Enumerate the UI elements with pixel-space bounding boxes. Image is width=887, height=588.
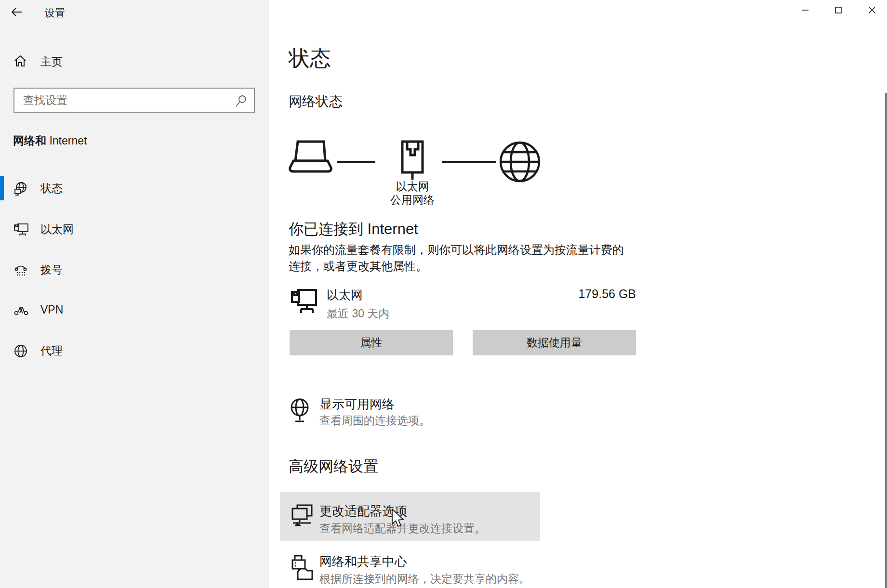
sidebar-item-label: 代理 bbox=[40, 337, 63, 365]
usage-adapter-name: 以太网 bbox=[327, 287, 363, 303]
search-icon bbox=[236, 95, 247, 107]
change-adapter-options-item[interactable]: 更改适配器选项 查看网络适配器并更改连接设置。 bbox=[280, 492, 540, 541]
vpn-icon bbox=[13, 303, 28, 317]
sidebar-item-label: VPN bbox=[40, 296, 63, 324]
ethernet-icon bbox=[13, 222, 28, 237]
show-networks-subtitle: 查看周围的连接选项。 bbox=[319, 413, 430, 428]
close-button[interactable] bbox=[861, 0, 883, 20]
maximize-icon bbox=[834, 6, 843, 14]
proxy-icon bbox=[13, 344, 28, 358]
globe-stand-icon bbox=[290, 398, 310, 426]
sidebar-item-dialup[interactable]: 拨号 bbox=[0, 256, 269, 284]
connected-heading: 你已连接到 Internet bbox=[289, 219, 418, 239]
search-input[interactable] bbox=[23, 89, 230, 112]
close-icon bbox=[868, 6, 876, 14]
sidebar-item-proxy[interactable]: 代理 bbox=[0, 337, 269, 365]
home-icon bbox=[13, 54, 27, 68]
item-title: 网络和共享中心 bbox=[319, 553, 407, 570]
usage-amount: 179.56 GB bbox=[540, 287, 636, 301]
minimize-icon bbox=[801, 6, 809, 14]
diagram-connection-name: 以太网 bbox=[374, 179, 451, 194]
vertical-scrollbar[interactable] bbox=[885, 93, 887, 588]
sidebar-item-home[interactable]: 主页 bbox=[0, 50, 269, 73]
laptop-icon bbox=[289, 140, 333, 176]
status-globe-icon bbox=[13, 182, 28, 196]
ethernet-plug-icon bbox=[400, 140, 424, 181]
minimize-button[interactable] bbox=[794, 0, 816, 20]
properties-button[interactable]: 属性 bbox=[290, 330, 453, 355]
sidebar: 设置 主页 网络和 Internet bbox=[0, 0, 269, 588]
sidebar-item-label: 以太网 bbox=[40, 215, 74, 243]
item-subtitle: 根据所连接到的网络，决定要共享的内容。 bbox=[319, 572, 530, 587]
app-title: 设置 bbox=[45, 6, 65, 20]
network-sharing-center-item[interactable]: 网络和共享中心 根据所连接到的网络，决定要共享的内容。 bbox=[280, 543, 540, 588]
connected-description-line2: 连接，或者更改其他属性。 bbox=[289, 259, 427, 274]
settings-window: 设置 主页 网络和 Internet bbox=[0, 0, 887, 588]
show-networks-title: 显示可用网络 bbox=[319, 396, 395, 413]
sidebar-item-label: 主页 bbox=[40, 50, 63, 73]
internet-globe-icon bbox=[499, 141, 541, 183]
show-available-networks[interactable]: 显示可用网络 查看周围的连接选项。 bbox=[280, 391, 540, 434]
connection-line bbox=[442, 161, 496, 163]
mouse-cursor bbox=[391, 509, 406, 529]
sidebar-item-label: 状态 bbox=[40, 174, 63, 202]
back-arrow-icon bbox=[11, 6, 25, 18]
connected-description-line1: 如果你的流量套餐有限制，则你可以将此网络设置为按流量计费的 bbox=[289, 242, 624, 258]
maximize-button[interactable] bbox=[827, 0, 849, 20]
page-title: 状态 bbox=[289, 44, 331, 73]
adapter-options-icon bbox=[291, 504, 313, 529]
sidebar-item-ethernet[interactable]: 以太网 bbox=[0, 215, 269, 243]
sidebar-item-vpn[interactable]: VPN bbox=[0, 296, 269, 324]
sidebar-item-label: 拨号 bbox=[40, 256, 63, 284]
back-button[interactable] bbox=[11, 6, 25, 20]
sidebar-section-title: 网络和 Internet bbox=[13, 133, 87, 148]
network-status-heading: 网络状态 bbox=[289, 92, 343, 111]
diagram-network-type: 公用网络 bbox=[374, 193, 451, 208]
sidebar-item-status[interactable]: 状态 bbox=[0, 174, 269, 202]
connection-line bbox=[337, 161, 375, 163]
data-usage-button[interactable]: 数据使用量 bbox=[473, 330, 636, 355]
search-box bbox=[13, 88, 255, 113]
ethernet-adapter-icon bbox=[291, 288, 318, 316]
dialup-icon bbox=[13, 263, 28, 277]
usage-period: 最近 30 天内 bbox=[327, 306, 389, 321]
selected-accent-bar bbox=[0, 176, 4, 200]
advanced-heading: 高级网络设置 bbox=[289, 457, 378, 477]
network-sharing-center-icon bbox=[291, 554, 314, 580]
